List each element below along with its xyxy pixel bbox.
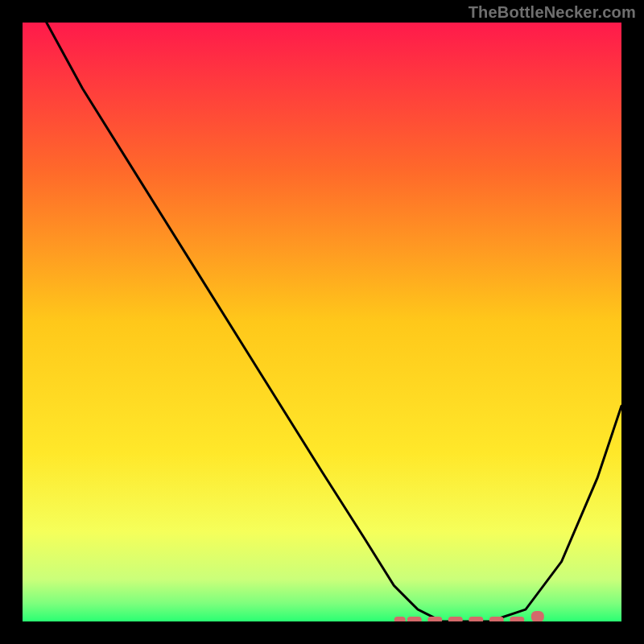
flat-marker — [510, 617, 524, 621]
gradient-background — [23, 23, 621, 621]
bottleneck-chart — [23, 23, 621, 621]
flat-marker — [469, 617, 483, 621]
flat-marker — [448, 617, 463, 621]
flat-marker — [489, 617, 504, 621]
flat-marker — [427, 617, 442, 621]
flat-marker — [407, 617, 422, 621]
attribution-text: TheBottleNecker.com — [469, 3, 636, 22]
chart-stage: TheBottleNecker.com — [0, 0, 644, 644]
flat-marker — [531, 611, 544, 621]
flat-marker — [394, 617, 406, 621]
chart-svg — [23, 23, 621, 621]
